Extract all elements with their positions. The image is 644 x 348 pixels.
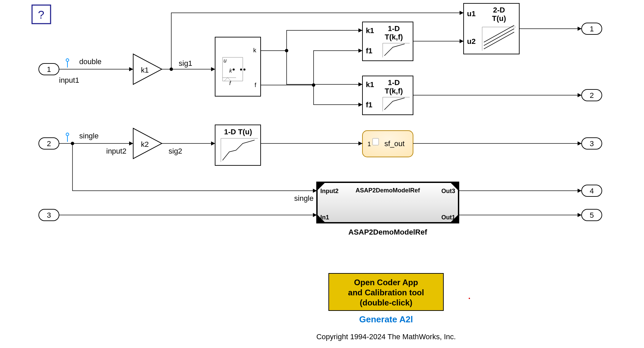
svg-text:u1: u1 (467, 9, 476, 18)
wire (261, 30, 362, 51)
svg-text:3: 3 (47, 211, 51, 219)
gain-k2-out-label: sig2 (169, 147, 182, 155)
svg-text:Input2: Input2 (320, 188, 339, 194)
svg-text:5: 5 (590, 211, 594, 219)
svg-text:2: 2 (590, 91, 594, 100)
svg-text:k2: k2 (141, 140, 149, 149)
svg-text:u2: u2 (467, 37, 476, 46)
inport-2-type: single (79, 132, 98, 140)
svg-text:k: k (253, 47, 257, 54)
svg-text:(double-click): (double-click) (360, 298, 412, 307)
svg-text:k: k (229, 68, 232, 74)
inport-1-label: input1 (59, 76, 79, 84)
svg-text:1-D: 1-D (388, 24, 400, 33)
inport-2-label: input2 (106, 147, 126, 155)
svg-text:u: u (224, 58, 227, 63)
svg-text:1: 1 (590, 25, 594, 33)
wire (261, 51, 362, 85)
svg-text:and Calibration tool: and Calibration tool (348, 288, 424, 297)
model-reference-label: ASAP2DemoModelRef (348, 228, 427, 236)
svg-point-44 (66, 133, 69, 136)
generate-a2l-button[interactable]: Open Coder App and Calibration tool (dou… (329, 273, 443, 311)
svg-text:Out1: Out1 (441, 214, 455, 221)
svg-text:Out3: Out3 (441, 188, 455, 194)
lookup-1d-tu[interactable]: 1-D T(u) (215, 125, 261, 165)
stateflow-chart[interactable]: 1 sf_out (362, 131, 413, 157)
inport-3[interactable]: 3 (39, 209, 59, 221)
svg-text:ASAP2DemoModelRef: ASAP2DemoModelRef (355, 187, 420, 194)
inport-1-type: double (79, 57, 101, 66)
svg-text:2-D: 2-D (493, 6, 505, 14)
copyright-text: Copyright 1994-2024 The MathWorks, Inc. (316, 332, 456, 341)
svg-text:k1: k1 (366, 80, 374, 89)
svg-point-17 (240, 69, 242, 71)
outport-2[interactable]: 2 (582, 89, 602, 101)
svg-text:1: 1 (368, 141, 371, 148)
svg-text:Open Coder App: Open Coder App (354, 278, 418, 287)
lookup-1d-b[interactable]: k1 f1 1-D T(k,f) (362, 76, 413, 115)
svg-point-16 (233, 69, 235, 71)
svg-text:In1: In1 (320, 214, 329, 221)
svg-text:k1: k1 (366, 26, 374, 35)
outport-5[interactable]: 5 (582, 209, 602, 221)
gain-k1-out-label: sig1 (179, 59, 192, 68)
svg-text:f1: f1 (366, 47, 373, 55)
wire (287, 51, 362, 84)
svg-text:T(k,f): T(k,f) (385, 87, 403, 95)
svg-rect-52 (373, 138, 379, 145)
wire (314, 85, 362, 105)
modelref-in1-type: single (294, 194, 314, 203)
outport-1[interactable]: 1 (582, 23, 602, 34)
lookup-1d-a[interactable]: k1 f1 1-D T(k,f) (362, 22, 413, 61)
svg-text:k1: k1 (141, 66, 149, 74)
svg-text:3: 3 (590, 139, 594, 148)
marker-dot (469, 298, 470, 299)
svg-rect-6 (215, 37, 261, 96)
lookup-2d[interactable]: u1 u2 2-D T(u) (464, 3, 519, 54)
svg-point-2 (66, 59, 69, 61)
model-reference-block[interactable]: Input2 In1 Out3 Out1 ASAP2DemoModelRef (317, 182, 459, 223)
svg-text:1: 1 (47, 65, 51, 74)
svg-text:1-D: 1-D (388, 78, 400, 87)
svg-text:4: 4 (590, 187, 594, 195)
signal-probe-icon (66, 133, 69, 142)
help-label: ? (38, 8, 45, 21)
outport-4[interactable]: 4 (582, 185, 602, 196)
svg-text:2: 2 (47, 139, 51, 148)
prelookup-block[interactable]: k f u k f (215, 37, 261, 96)
svg-text:T(k,f): T(k,f) (385, 33, 403, 41)
svg-text:T(u): T(u) (492, 14, 506, 23)
outport-3[interactable]: 3 (582, 138, 602, 149)
signal-probe-icon (66, 59, 69, 68)
generate-a2l-label: Generate A2l (359, 314, 413, 324)
svg-text:f1: f1 (366, 101, 373, 109)
inport-2[interactable]: 2 (39, 138, 59, 149)
gain-k1[interactable]: k1 (133, 54, 162, 84)
svg-point-18 (243, 69, 245, 71)
inport-1[interactable]: 1 (39, 63, 59, 75)
gain-k2[interactable]: k2 (133, 128, 162, 159)
svg-text:sf_out: sf_out (384, 139, 405, 148)
svg-text:1-D T(u): 1-D T(u) (224, 128, 252, 136)
